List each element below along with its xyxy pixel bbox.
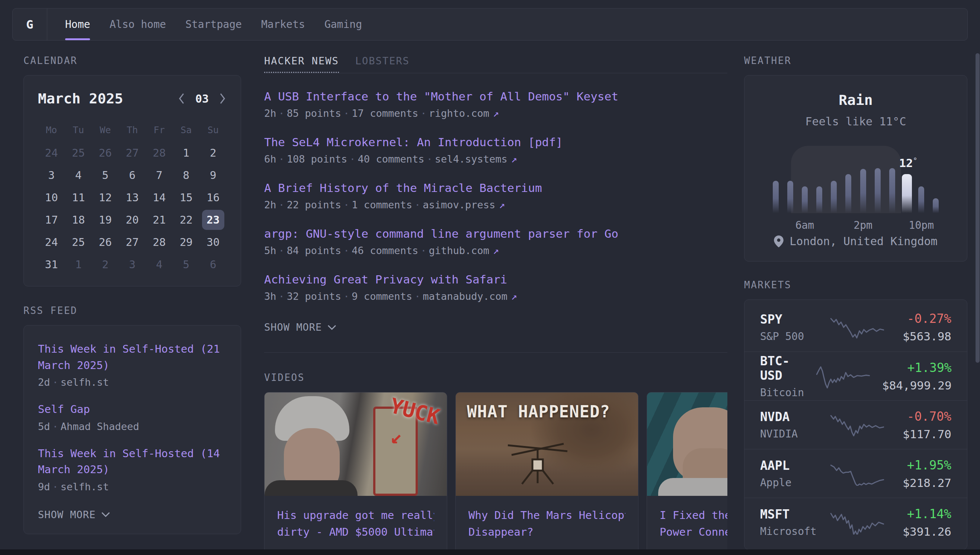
calendar-day[interactable]: 5 — [92, 165, 119, 186]
calendar-header: March 2025 03 — [38, 90, 226, 107]
tab-gaming[interactable]: Gaming — [324, 8, 362, 40]
calendar-day[interactable]: 1 — [173, 143, 199, 163]
market-row-aapl[interactable]: AAPLApple+1.95%$218.27 — [744, 449, 967, 498]
calendar-day[interactable]: 19 — [92, 209, 119, 230]
news-item-domain[interactable]: sel4.systems — [435, 153, 507, 165]
news-item-age: 3h — [264, 290, 276, 302]
calendar-day[interactable]: 25 — [65, 232, 91, 253]
news-item-domain[interactable]: github.com — [428, 245, 489, 256]
calendar-day[interactable]: 21 — [146, 209, 173, 230]
calendar-day[interactable]: 22 — [173, 209, 199, 230]
calendar-day[interactable]: 2 — [200, 143, 226, 163]
calendar-day-today[interactable]: 23 — [200, 209, 226, 230]
calendar-day[interactable]: 18 — [65, 209, 91, 230]
calendar-day[interactable]: 27 — [119, 232, 146, 253]
calendar-day-name: Tu — [65, 121, 91, 139]
calendar-day[interactable]: 7 — [146, 165, 173, 186]
calendar-month-number[interactable]: 03 — [195, 92, 209, 105]
calendar-day[interactable]: 3 — [119, 254, 146, 275]
tab-startpage[interactable]: Startpage — [185, 8, 242, 40]
calendar-day[interactable]: 30 — [200, 232, 226, 253]
rss-item-title[interactable]: This Week in Self-Hosted (14 March 2025) — [38, 446, 226, 478]
calendar-day[interactable]: 8 — [173, 165, 199, 186]
tab-markets[interactable]: Markets — [261, 8, 305, 40]
calendar-day-number: 25 — [72, 146, 85, 159]
calendar-day-number: 25 — [72, 236, 85, 249]
market-row-btc-usd[interactable]: BTC-USDBitcoin+1.39%$84,999.29 — [744, 351, 967, 400]
videos-heading: VIDEOS — [264, 372, 727, 383]
calendar-day[interactable]: 6 — [200, 254, 226, 275]
calendar-day[interactable]: 28 — [146, 232, 173, 253]
market-quote: +1.95%$218.27 — [896, 458, 951, 489]
calendar-day[interactable]: 26 — [92, 232, 119, 253]
calendar-day[interactable]: 31 — [38, 254, 65, 275]
calendar-day[interactable]: 24 — [38, 232, 65, 253]
videos-row: YUCK↙His upgrade got me reallydirty - AM… — [264, 392, 727, 555]
calendar-day[interactable]: 24 — [38, 143, 65, 163]
active-tab-underline — [65, 38, 90, 40]
calendar-day[interactable]: 5 — [173, 254, 199, 275]
thumbnail-overlay-text: WHAT HAPPENED? — [467, 402, 610, 421]
calendar-day[interactable]: 4 — [146, 254, 173, 275]
chevron-down-icon — [101, 512, 111, 517]
calendar-day[interactable]: 16 — [200, 187, 226, 208]
temp-bar — [816, 186, 822, 213]
news-item-title[interactable]: The SeL4 Microkernel: An Introduction [p… — [264, 135, 727, 149]
video-title[interactable]: I Fixed the 5Power Connect — [660, 507, 727, 541]
market-symbol: BTC-USD — [760, 354, 804, 383]
calendar-day-number: 6 — [210, 258, 216, 271]
calendar-day[interactable]: 27 — [119, 143, 146, 163]
news-item-domain[interactable]: matanabudy.com — [423, 290, 507, 302]
calendar-day[interactable]: 12 — [92, 187, 119, 208]
sparkline-chart — [804, 364, 882, 388]
video-card[interactable]: WHAT HAPPENED?Why Did The Mars Helicopte… — [456, 392, 638, 555]
calendar-day[interactable]: 2 — [92, 254, 119, 275]
calendar-day[interactable]: 13 — [119, 187, 146, 208]
calendar-day-name: Th — [119, 121, 146, 139]
news-item-domain[interactable]: righto.com — [428, 107, 489, 119]
video-card[interactable]: DOTHTI Fixed the 5Power Connect3d·Linus … — [646, 392, 727, 555]
market-row-nvda[interactable]: NVDANVIDIA-0.70%$117.70 — [744, 400, 967, 449]
news-item-title[interactable]: argp: GNU-style command line argument pa… — [264, 227, 727, 240]
calendar-day-number: 13 — [126, 191, 139, 204]
calendar-day[interactable]: 1 — [65, 254, 91, 275]
item-meta: 9d·selfh.st — [38, 481, 226, 492]
news-item-title[interactable]: A Brief History of the Miracle Bacterium — [264, 181, 727, 194]
item-meta: 3h·32 points·9 comments·matanabudy.com↗ — [264, 290, 727, 302]
market-row-msft[interactable]: MSFTMicrosoft+1.14%$391.26 — [744, 498, 967, 547]
news-show-more-button[interactable]: SHOW MORE — [264, 321, 337, 333]
calendar-day[interactable]: 11 — [65, 187, 91, 208]
calendar-day[interactable]: 6 — [119, 165, 146, 186]
calendar-day[interactable]: 14 — [146, 187, 173, 208]
calendar-day[interactable]: 10 — [38, 187, 65, 208]
calendar-day-number: 2 — [210, 146, 216, 159]
video-card[interactable]: YUCK↙His upgrade got me reallydirty - AM… — [264, 392, 447, 555]
video-title[interactable]: Why Did The Mars HelicopterDisappear? — [468, 507, 626, 541]
news-tab-lobsters[interactable]: LOBSTERS — [355, 55, 410, 72]
calendar-day[interactable]: 4 — [65, 165, 91, 186]
news-item-title[interactable]: A USB Interface to the "Mother of All De… — [264, 90, 727, 103]
calendar-prev-button[interactable] — [178, 92, 186, 105]
scrollbar-thumb[interactable] — [975, 53, 980, 363]
calendar-day[interactable]: 28 — [146, 143, 173, 163]
calendar-day[interactable]: 15 — [173, 187, 199, 208]
calendar-day[interactable]: 17 — [38, 209, 65, 230]
rss-show-more-button[interactable]: SHOW MORE — [38, 509, 111, 520]
rss-item-title[interactable]: Self Gap — [38, 401, 226, 418]
calendar-day[interactable]: 29 — [173, 232, 199, 253]
video-title[interactable]: His upgrade got me reallydirty - AMD $50… — [277, 507, 434, 541]
calendar-next-button[interactable] — [218, 92, 226, 105]
news-tab-hacker-news[interactable]: HACKER NEWS — [264, 55, 339, 73]
calendar-day[interactable]: 25 — [65, 143, 91, 163]
calendar-day[interactable]: 9 — [200, 165, 226, 186]
calendar-day[interactable]: 26 — [92, 143, 119, 163]
calendar-day[interactable]: 20 — [119, 209, 146, 230]
rss-item-title[interactable]: This Week in Self-Hosted (21 March 2025) — [38, 341, 226, 374]
tab-home[interactable]: Home — [65, 8, 90, 40]
tab-also-home[interactable]: Also home — [109, 8, 166, 40]
news-item-domain[interactable]: asimov.press — [423, 199, 495, 210]
market-row-spy[interactable]: SPYS&P 500-0.27%$563.98 — [744, 303, 967, 351]
app-logo[interactable]: G — [13, 8, 47, 40]
news-item-title[interactable]: Achieving Great Privacy with Safari — [264, 273, 727, 286]
calendar-day[interactable]: 3 — [38, 165, 65, 186]
